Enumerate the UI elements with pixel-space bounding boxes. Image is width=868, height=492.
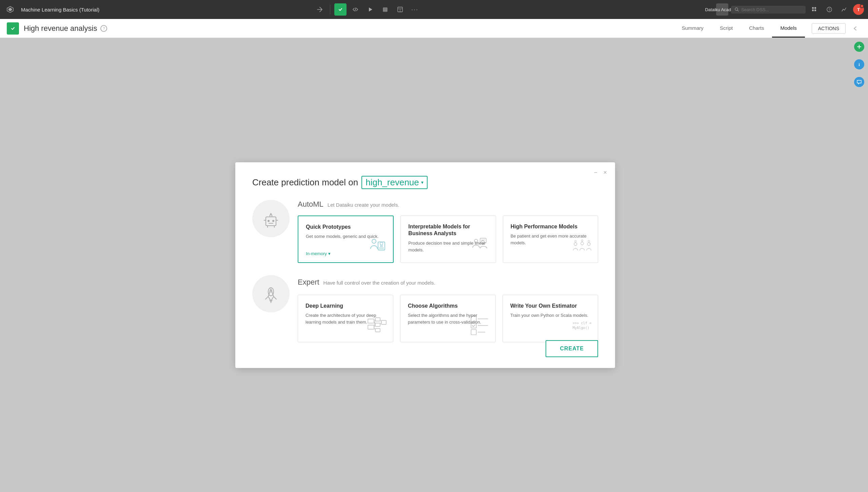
automl-sublabel: Let Dataiku create your models. — [328, 202, 399, 208]
svg-point-30 — [372, 239, 376, 243]
svg-rect-55 — [375, 317, 380, 321]
expert-cards-row: Deep Learning Create the architecture of… — [298, 295, 598, 342]
actions-button[interactable]: ACTIONS — [812, 23, 846, 34]
svg-point-21 — [272, 220, 274, 222]
modal-minimize-button[interactable]: − — [594, 169, 597, 176]
quick-prototypes-card[interactable]: Quick Prototypes Get some models, generi… — [298, 216, 394, 263]
separator — [330, 5, 330, 14]
svg-rect-67 — [471, 323, 476, 328]
choose-algorithms-icon — [470, 315, 490, 336]
caret-icon: ▾ — [421, 180, 423, 185]
page-title: High revenue analysis ? — [24, 24, 674, 33]
svg-point-39 — [482, 244, 482, 245]
table-icon[interactable] — [394, 3, 406, 16]
svg-rect-53 — [368, 319, 374, 323]
top-navigation-bar: Machine Learning Basics (Tutorial) ··· D… — [0, 0, 868, 19]
run-icon[interactable] — [364, 3, 376, 16]
modal-header: Create prediction model on high_revenue … — [252, 176, 598, 189]
tag-caret-icon: ▾ — [328, 251, 331, 256]
choose-algorithms-title: Choose Algorithms — [408, 303, 488, 310]
database-icon[interactable] — [379, 3, 391, 16]
svg-point-45 — [581, 242, 584, 245]
user-avatar[interactable]: T — [853, 4, 864, 15]
deep-learning-card[interactable]: Deep Learning Create the architecture of… — [298, 295, 393, 342]
svg-rect-68 — [471, 329, 476, 334]
expert-label: Expert — [298, 278, 319, 287]
app-logo[interactable] — [4, 3, 16, 16]
automl-label: AutoML — [298, 200, 323, 209]
expert-section-label: Expert Have full control over the creati… — [298, 278, 598, 287]
code-icon[interactable] — [349, 3, 361, 16]
svg-point-20 — [268, 220, 270, 222]
flow-icon[interactable] — [314, 3, 326, 16]
automl-icon — [252, 200, 290, 237]
sidebar-toggle[interactable] — [849, 22, 861, 35]
search-input[interactable] — [741, 7, 795, 12]
create-button[interactable]: CREATE — [546, 340, 598, 357]
write-estimator-card[interactable]: Write Your Own Estimator Train your own … — [502, 295, 598, 342]
interpretable-models-card[interactable]: Interpretable Models for Business Analys… — [400, 216, 496, 263]
svg-rect-5 — [383, 9, 387, 10]
svg-rect-65 — [381, 320, 386, 324]
expert-sublabel: Have full control over the creation of y… — [323, 280, 435, 286]
right-panel-add[interactable] — [850, 38, 868, 56]
svg-point-43 — [575, 240, 576, 242]
svg-point-18 — [859, 63, 860, 64]
tab-models[interactable]: Models — [772, 19, 805, 38]
svg-rect-14 — [814, 9, 816, 11]
automl-cards-row: Quick Prototypes Get some models, generi… — [298, 216, 598, 263]
svg-point-36 — [474, 239, 478, 243]
svg-point-17 — [10, 25, 16, 32]
interpretable-models-icon — [470, 235, 490, 257]
svg-point-42 — [574, 243, 577, 246]
svg-point-46 — [581, 240, 583, 241]
right-panel-chat[interactable] — [850, 73, 868, 91]
tab-summary[interactable]: Summary — [674, 19, 712, 38]
svg-text:?: ? — [828, 8, 830, 12]
svg-marker-3 — [369, 7, 372, 12]
tab-script[interactable]: Script — [712, 19, 741, 38]
high-performance-card[interactable]: High Performance Models Be patient and g… — [503, 216, 598, 263]
svg-rect-54 — [368, 325, 374, 329]
dataiku-logo-active[interactable] — [334, 3, 347, 16]
write-estimator-title: Write Your Own Estimator — [510, 303, 590, 310]
help-icon[interactable]: ? — [823, 3, 835, 16]
svg-point-32 — [380, 242, 383, 245]
high-performance-icon — [572, 235, 592, 257]
choose-algorithms-card[interactable]: Choose Algorithms Select the algorithms … — [400, 295, 496, 342]
project-title: Machine Learning Basics (Tutorial) — [21, 7, 311, 13]
target-field-selector[interactable]: high_revenue ▾ — [361, 176, 428, 189]
page-logo[interactable] — [7, 22, 19, 35]
add-icon[interactable] — [854, 42, 864, 52]
automl-section-label: AutoML Let Dataiku create your models. — [298, 200, 598, 209]
svg-point-2 — [337, 6, 343, 13]
svg-point-48 — [587, 243, 590, 246]
right-panel-info[interactable] — [850, 56, 868, 73]
svg-point-49 — [588, 240, 590, 242]
grid-icon[interactable] — [808, 3, 821, 16]
modal-close-button[interactable]: × — [603, 169, 607, 176]
academy-button[interactable]: Dataiku Academy — [716, 3, 728, 16]
high-performance-title: High Performance Models — [511, 223, 590, 230]
tab-charts[interactable]: Charts — [741, 19, 772, 38]
svg-text:>>> clf =: >>> clf = — [573, 321, 592, 325]
svg-rect-12 — [814, 7, 816, 9]
info-circle-icon[interactable] — [854, 59, 864, 69]
target-field-label: high_revenue — [366, 177, 419, 188]
svg-rect-22 — [269, 223, 273, 224]
deep-learning-title: Deep Learning — [305, 303, 386, 310]
info-icon[interactable]: ? — [100, 25, 107, 32]
secondary-navigation-bar: High revenue analysis ? Summary Script C… — [0, 19, 868, 38]
modal-title-prefix: Create prediction model on — [252, 177, 358, 188]
svg-rect-13 — [812, 9, 814, 11]
create-model-modal: Create prediction model on high_revenue … — [235, 162, 615, 368]
deep-learning-icon — [367, 315, 388, 336]
chat-icon[interactable] — [854, 77, 864, 87]
more-icon[interactable]: ··· — [409, 3, 421, 16]
svg-rect-4 — [383, 8, 387, 9]
search-bar[interactable] — [731, 6, 806, 14]
svg-rect-57 — [375, 328, 380, 332]
expert-icon — [252, 275, 290, 312]
analytics-icon[interactable] — [838, 3, 850, 16]
quick-prototypes-icon — [367, 235, 388, 257]
